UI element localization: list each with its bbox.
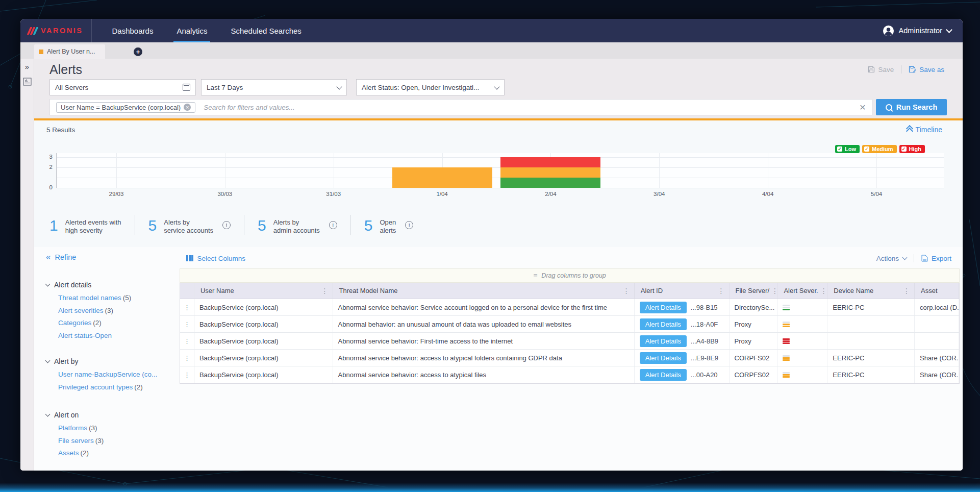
add-tab-button[interactable]: + xyxy=(134,47,142,56)
header-cell-user-name[interactable]: User Name⋮ xyxy=(194,283,333,299)
row-menu-icon[interactable]: ⋮ xyxy=(180,299,194,315)
filter-chip[interactable]: User Name = BackupService (corp.local) × xyxy=(56,102,195,113)
servers-filter-dropdown[interactable]: All Servers xyxy=(49,79,196,95)
refine-filter-link[interactable]: Alert status-Open xyxy=(46,330,180,342)
refine-filter-link[interactable]: File servers(3) xyxy=(46,435,180,448)
refine-filter-link[interactable]: Platforms(3) xyxy=(46,422,180,435)
stat-value: 1 xyxy=(49,216,58,235)
bar-segment-medium[interactable] xyxy=(392,167,492,188)
alert-status-dropdown[interactable]: Alert Status: Open, Under Investigati... xyxy=(356,79,505,95)
table-row[interactable]: ⋮BackupService (corp.local)Abnormal serv… xyxy=(180,366,959,383)
header-cell-threat-model-name[interactable]: Threat Model Name⋮ xyxy=(333,283,635,299)
severity-icon-medium xyxy=(783,372,790,378)
actions-dropdown[interactable]: Actions xyxy=(876,255,907,262)
column-menu-icon[interactable]: ⋮ xyxy=(321,287,329,295)
tab-alert-by-user[interactable]: Alert By User n... xyxy=(34,44,105,59)
row-menu-icon[interactable]: ⋮ xyxy=(180,333,194,349)
save-as-button[interactable]: Save as xyxy=(909,66,944,73)
table-row[interactable]: ⋮BackupService (corp.local)Abnormal serv… xyxy=(180,350,959,366)
refine-filter-link[interactable]: Privileged account types(2) xyxy=(46,381,180,394)
table-row[interactable]: ⋮BackupService (corp.local)Abnormal serv… xyxy=(180,299,959,316)
alert-details-button[interactable]: Alert Details xyxy=(640,352,687,364)
stat-item: 1Alerted events withhigh severity xyxy=(49,215,135,235)
filter-count: (3) xyxy=(105,307,114,314)
refine-group-header[interactable]: Alert on xyxy=(46,411,180,419)
table-row[interactable]: ⋮BackupService (corp.local)Abnormal beha… xyxy=(180,316,959,333)
row-menu-icon[interactable]: ⋮ xyxy=(180,316,194,332)
bar-segment-low[interactable] xyxy=(500,178,600,188)
info-icon[interactable]: ! xyxy=(405,221,413,229)
refine-collapse-button[interactable]: « Refine xyxy=(46,253,180,261)
refine-filter-link[interactable]: Threat model names(5) xyxy=(46,292,180,305)
alert-details-button[interactable]: Alert Details xyxy=(640,302,687,313)
bar-segment-medium[interactable] xyxy=(500,167,600,178)
export-button[interactable]: Export xyxy=(921,255,951,262)
device-name-text: EERIC-PC xyxy=(833,354,864,362)
severity-legend: ✓Low✓Medium✓High xyxy=(835,145,925,153)
refine-filter-link[interactable]: Assets(2) xyxy=(46,447,180,460)
filter-count: (2) xyxy=(134,383,143,391)
expand-panel-icon[interactable]: » xyxy=(25,63,29,71)
saved-searches-icon[interactable] xyxy=(23,78,32,86)
table-row[interactable]: ⋮BackupService (corp.local)Abnormal serv… xyxy=(180,333,959,350)
header-cell-device-name[interactable]: Device Name⋮ xyxy=(827,283,915,299)
legend-toggle-low[interactable]: ✓Low xyxy=(835,145,860,153)
run-search-button[interactable]: Run Search xyxy=(876,99,947,115)
refine-filter-link[interactable]: User name-BackupService (co... xyxy=(46,368,180,381)
table-toolbar-right: Actions Export xyxy=(876,254,951,262)
refine-group-label: Alert on xyxy=(54,411,79,419)
alert-details-button[interactable]: Alert Details xyxy=(640,369,687,381)
nav-analytics[interactable]: Analytics xyxy=(177,19,207,42)
filter-count: (2) xyxy=(93,319,102,327)
column-menu-icon[interactable]: ⋮ xyxy=(903,287,910,295)
cell-alert-id: Alert Details...18-A0F xyxy=(635,316,730,332)
lower-zone: « Refine Alert detailsThreat model names… xyxy=(34,247,963,471)
severity-icon-low xyxy=(783,305,790,310)
alert-details-button[interactable]: Alert Details xyxy=(640,335,687,347)
remove-chip-icon[interactable]: × xyxy=(184,104,191,111)
column-menu-icon[interactable]: ⋮ xyxy=(820,287,827,295)
refine-filter-link[interactable]: Alert severities(3) xyxy=(46,305,180,317)
header-cell-file-server-[interactable]: File Server/⋮ xyxy=(730,283,778,299)
search-input[interactable]: User Name = BackupService (corp.local) ×… xyxy=(49,99,872,115)
cell-user-name: BackupService (corp.local) xyxy=(194,333,333,349)
header-cell-alert-id[interactable]: Alert ID⋮ xyxy=(635,283,730,299)
row-menu-icon[interactable]: ⋮ xyxy=(180,366,194,383)
cell-alert-severity xyxy=(777,333,827,349)
save-button[interactable]: Save xyxy=(868,66,894,73)
column-menu-icon[interactable]: ⋮ xyxy=(623,287,630,295)
clear-search-icon[interactable]: × xyxy=(860,102,866,112)
info-icon[interactable]: ! xyxy=(222,221,231,229)
alert-details-button[interactable]: Alert Details xyxy=(640,318,687,330)
results-header: 5 Results Timeline xyxy=(46,126,942,134)
column-menu-icon[interactable]: ⋮ xyxy=(771,287,777,295)
cell-alert-severity xyxy=(777,316,827,332)
nav-scheduled-searches[interactable]: Scheduled Searches xyxy=(231,19,301,42)
refine-group-header[interactable]: Alert by xyxy=(46,357,180,365)
legend-toggle-medium[interactable]: ✓Medium xyxy=(862,145,897,153)
refine-group-header[interactable]: Alert details xyxy=(46,281,180,289)
varonis-logo[interactable]: VARONIS xyxy=(29,19,83,42)
header-cell-asset[interactable]: Asset xyxy=(915,283,959,299)
legend-toggle-high[interactable]: ✓High xyxy=(899,145,925,153)
refine-filter-link[interactable]: Categories(2) xyxy=(46,317,180,330)
select-columns-button[interactable]: Select Columns xyxy=(186,255,245,262)
gridline-v xyxy=(116,153,117,188)
header-cell-alert-sever-[interactable]: Alert Sever.⋮ xyxy=(777,283,827,299)
user-menu[interactable]: Administrator xyxy=(883,25,951,37)
bar-segment-high[interactable] xyxy=(500,157,600,167)
filter-name: Assets xyxy=(58,449,79,457)
timeline-toggle[interactable]: Timeline xyxy=(907,126,942,134)
nav-dashboards[interactable]: Dashboards xyxy=(112,19,154,42)
time-range-dropdown[interactable]: Last 7 Days xyxy=(201,79,347,95)
info-icon[interactable]: ! xyxy=(329,221,337,229)
group-by-dropzone[interactable]: ≡ Drag columns to group xyxy=(180,268,960,283)
filter-count: (2) xyxy=(81,449,89,457)
tab-strip: Alert By User n... + xyxy=(20,42,963,59)
chevron-down-icon xyxy=(902,255,908,260)
stat-label-line1: Alerts by xyxy=(273,218,320,227)
row-menu-icon[interactable]: ⋮ xyxy=(180,350,194,366)
refine-groups: Alert detailsThreat model names(5)Alert … xyxy=(46,281,180,471)
app-window: VARONIS Dashboards Analytics Scheduled S… xyxy=(20,19,963,471)
column-menu-icon[interactable]: ⋮ xyxy=(718,287,725,295)
